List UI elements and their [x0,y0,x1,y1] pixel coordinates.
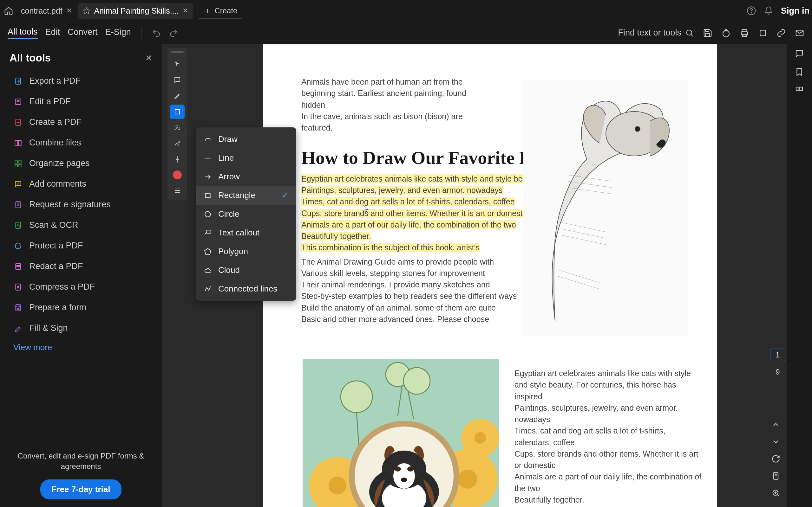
tool-label: Scan & OCR [29,220,78,230]
ai-icon[interactable] [758,28,768,38]
comment-tool[interactable] [170,73,185,88]
tool-item-scan-ocr[interactable]: Scan & OCR [9,215,152,235]
shape-tool[interactable] [170,105,185,119]
tool-item-add-comments[interactable]: Add comments [9,174,152,194]
tool-item-edit-a-pdf[interactable]: Edit a PDF [9,92,152,112]
sign-in-button[interactable]: Sign in [781,6,809,16]
drag-handle[interactable] [171,51,184,53]
tool-label: Create a PDF [29,117,82,127]
shape-callout[interactable]: Text callout [196,223,296,242]
tool-icon [13,138,23,148]
page-fit-icon[interactable] [771,471,780,481]
all-tools-panel: All tools ✕ Export a PDFEdit a PDFCreate… [0,44,162,507]
print-icon[interactable] [740,28,749,38]
shape-rect[interactable]: Rectangle✓ [196,186,296,205]
tool-item-fill-sign[interactable]: Fill & Sign [9,318,152,338]
home-icon[interactable] [3,5,14,17]
svg-point-55 [328,476,346,494]
close-icon[interactable]: ✕ [66,7,72,15]
shape-connected[interactable]: Connected lines [196,279,296,298]
draw-icon [204,135,212,144]
thumbnails-icon[interactable] [795,86,804,95]
redo-icon[interactable] [169,28,178,38]
find-input[interactable]: Find text or tools [618,28,694,38]
bell-icon[interactable] [764,6,773,15]
callout-icon [204,229,212,237]
bookmarks-icon[interactable] [795,67,804,77]
page-current[interactable]: 1 [770,349,785,361]
shape-cloud[interactable]: Cloud [196,261,296,279]
comments-panel-icon[interactable] [795,49,804,58]
connected-icon [204,285,212,293]
star-icon[interactable] [83,7,90,14]
shape-label: Arrow [218,172,240,181]
undo-icon[interactable] [152,28,161,38]
tool-icon [13,179,23,189]
close-icon[interactable]: ✕ [145,53,152,63]
tool-item-redact-a-pdf[interactable]: Redact a PDF [9,257,152,276]
tool-label: Edit a PDF [29,97,71,107]
textbox-tool[interactable]: A [170,120,185,135]
shape-polygon[interactable]: Polygon [196,242,296,261]
view-more-link[interactable]: View more [9,343,152,352]
tab-esign[interactable]: E-Sign [105,27,131,38]
tool-item-organize-pages[interactable]: Organize pages [9,153,152,173]
rotate-icon[interactable] [771,454,780,463]
tool-item-protect-a-pdf[interactable]: Protect a PDF [9,236,152,256]
tab-convert[interactable]: Convert [67,27,98,38]
shape-draw[interactable]: Draw [196,130,296,149]
circle-icon [204,210,212,218]
zoom-icon[interactable] [771,489,780,498]
cloud-icon [204,266,212,274]
mail-icon[interactable] [795,28,804,38]
column2-text: Egyptian art celebrates animals like cat… [514,368,702,507]
tool-item-create-a-pdf[interactable]: Create a PDF [9,112,152,132]
draw-tool[interactable] [170,136,185,151]
tool-item-export-a-pdf[interactable]: Export a PDF [9,71,152,91]
tool-icon [13,303,23,313]
tab-all-tools[interactable]: All tools [8,27,38,39]
shape-circle[interactable]: Circle [196,205,296,223]
right-rail [786,44,812,507]
save-icon[interactable] [703,28,712,38]
highlight-tool[interactable] [170,89,185,103]
tool-icon [13,97,23,107]
tool-item-compress-a-pdf[interactable]: Compress a PDF [9,277,152,297]
trial-button[interactable]: Free 7-day trial [40,480,122,499]
color-swatch[interactable] [173,170,182,179]
pin-tool[interactable] [170,152,185,167]
shape-menu: DrawLineArrowRectangle✓CircleText callou… [196,127,296,301]
tool-icon [13,118,23,127]
close-icon[interactable]: ✕ [183,7,188,15]
shape-label: Polygon [218,246,248,257]
tool-label: Add comments [29,179,86,189]
tool-icon [13,221,23,230]
select-tool[interactable] [170,57,185,72]
find-label: Find text or tools [618,28,681,38]
tab-edit[interactable]: Edit [45,27,60,38]
tool-label: Request e-signatures [29,200,111,210]
export-icon[interactable] [721,28,731,38]
pdf-page[interactable]: Animals have been part of human art from… [263,44,717,507]
titlebar-right: Sign in [747,6,809,16]
tool-label: Prepare a form [29,302,86,313]
svg-point-60 [341,381,372,412]
shape-line[interactable]: Line [196,149,296,167]
svg-point-66 [401,477,407,482]
chevron-down-icon[interactable] [771,437,780,446]
tool-item-prepare-a-form[interactable]: Prepare a form [9,297,152,318]
tool-item-combine-files[interactable]: Combine files [9,133,152,153]
line-weight-tool[interactable] [170,183,185,198]
chevron-up-icon[interactable] [771,420,780,429]
help-icon[interactable] [747,6,756,15]
tool-icon [13,282,23,292]
link-icon[interactable] [776,28,786,38]
svg-point-3 [687,30,692,35]
create-button[interactable]: ＋ Create [198,3,243,19]
tab-contract[interactable]: contract.pdf ✕ [16,3,77,19]
svg-point-2 [751,12,752,13]
tool-label: Protect a PDF [29,241,83,250]
tool-item-request-e-signatures[interactable]: Request e-signatures [9,194,152,215]
shape-arrow[interactable]: Arrow [196,167,296,186]
tab-animal-painting[interactable]: Animal Painting Skills.... ✕ [78,3,194,19]
